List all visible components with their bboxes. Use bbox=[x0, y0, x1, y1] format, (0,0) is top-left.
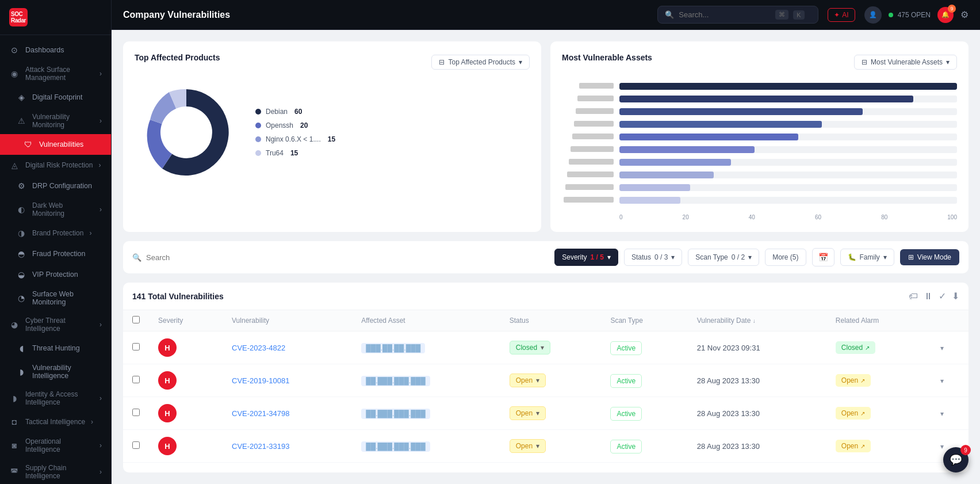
sidebar-item-dark-web[interactable]: ◐ Dark Web Monitoring › bbox=[0, 196, 111, 223]
sidebar-item-identity-access[interactable]: ◗ Identity & Access Intelligence › bbox=[0, 385, 111, 411]
severity-badge: H bbox=[158, 338, 177, 357]
more-filters-button[interactable]: More (5) bbox=[765, 249, 806, 266]
search-input[interactable] bbox=[679, 10, 771, 19]
chat-icon: 💬 bbox=[950, 453, 962, 466]
asset-masked: ██.███.███.███ bbox=[361, 409, 430, 419]
bug-icon: 🐛 bbox=[848, 253, 856, 261]
status-badge[interactable]: Open ▾ bbox=[510, 374, 546, 387]
topbar: Company Vulnerabilities 🔍 ⌘ K ✦ AI 👤 475… bbox=[112, 0, 980, 30]
sidebar-item-vip-protection[interactable]: ◒ VIP Protection bbox=[0, 264, 111, 285]
calendar-button[interactable]: 📅 bbox=[812, 248, 834, 266]
expand-cell: ▾ bbox=[931, 364, 968, 397]
bar-label bbox=[562, 134, 614, 140]
severity-cell: H bbox=[149, 331, 223, 364]
status-badge[interactable]: Open ▾ bbox=[510, 406, 546, 420]
expand-button[interactable]: ▾ bbox=[940, 443, 944, 451]
chevron-icon: › bbox=[99, 468, 102, 476]
chevron-down-icon: ▾ bbox=[748, 253, 752, 261]
settings-button[interactable]: ⚙ bbox=[960, 9, 968, 20]
status-value: 0 / 3 bbox=[654, 253, 668, 261]
most-vulnerable-filter[interactable]: ⊟ Most Vulnerable Assets ▾ bbox=[854, 55, 957, 70]
cve-link[interactable]: CVE-2019-10081 bbox=[232, 376, 289, 385]
scan-type-filter[interactable]: Scan Type 0 / 2 ▾ bbox=[688, 249, 759, 266]
sidebar-item-supply-chain[interactable]: ◚ Supply Chain Intelligence › bbox=[0, 459, 111, 484]
status-badge[interactable]: Closed ▾ bbox=[510, 341, 550, 355]
select-all-checkbox[interactable] bbox=[132, 316, 140, 323]
cve-link[interactable]: CVE-2021-34798 bbox=[232, 409, 289, 418]
scan-type-cell: Active bbox=[601, 331, 687, 364]
sidebar-item-tactical[interactable]: ◘ Tactical Intelligence › bbox=[0, 411, 111, 432]
notification-button[interactable]: 🔔 9 bbox=[937, 7, 954, 23]
sidebar-item-vulnerabilities[interactable]: 🛡 Vulnerabilities bbox=[0, 134, 111, 155]
download-icon[interactable]: ⬇ bbox=[952, 291, 959, 302]
sort-icon: ↓ bbox=[753, 318, 756, 324]
status-dropdown-icon[interactable]: ▾ bbox=[536, 442, 539, 450]
sidebar-item-brand-protection[interactable]: ◑ Brand Protection › bbox=[0, 223, 111, 243]
sidebar-item-cyber-threat[interactable]: ◕ Cyber Threat Intelligence › bbox=[0, 311, 111, 338]
bar-row bbox=[562, 121, 957, 128]
alarm-badge: Closed ↗ bbox=[836, 341, 875, 354]
expand-button[interactable]: ▾ bbox=[940, 344, 944, 352]
sidebar-item-attack-surface[interactable]: ◉ Attack Surface Management › bbox=[0, 60, 111, 87]
sidebar-item-label: DRP Configuration bbox=[32, 182, 102, 190]
top-affected-products-filter[interactable]: ⊟ Top Affected Products ▾ bbox=[431, 55, 530, 70]
external-link-icon[interactable]: ↗ bbox=[860, 443, 865, 449]
external-link-icon[interactable]: ↗ bbox=[860, 410, 865, 417]
sidebar-item-drp-config[interactable]: ⚙ DRP Configuration bbox=[0, 176, 111, 196]
table-search[interactable]: 🔍 bbox=[132, 253, 549, 262]
bar-label bbox=[562, 108, 614, 115]
scan-type-badge: Active bbox=[610, 341, 642, 355]
external-link-icon[interactable]: ↗ bbox=[865, 345, 870, 351]
expand-button[interactable]: ▾ bbox=[940, 377, 944, 385]
status-badge[interactable]: Open ▾ bbox=[510, 439, 546, 453]
sidebar-item-label: Supply Chain Intelligence bbox=[25, 464, 94, 480]
sidebar-item-digital-risk[interactable]: ◬ Digital Risk Protection › bbox=[0, 155, 111, 176]
status-filter[interactable]: Status 0 / 3 ▾ bbox=[624, 249, 682, 266]
sidebar-item-label: Operational Intelligence bbox=[25, 437, 94, 453]
sidebar-item-vulnerability-monitoring[interactable]: ⚠ Vulnerability Monitoring › bbox=[0, 108, 111, 134]
ai-button[interactable]: ✦ AI bbox=[828, 8, 855, 22]
sidebar-item-operational[interactable]: ◙ Operational Intelligence › bbox=[0, 432, 111, 459]
tag-icon[interactable]: 🏷 bbox=[909, 291, 918, 302]
table-search-input[interactable] bbox=[146, 253, 549, 262]
expand-button[interactable]: ▾ bbox=[940, 410, 944, 418]
bar-track bbox=[619, 197, 957, 204]
check-icon[interactable]: ✓ bbox=[939, 291, 946, 302]
legend-label-nginx: Nginx 0.6.X < 1.... bbox=[266, 135, 321, 143]
sidebar-item-threat-hunting[interactable]: ◖ Threat Hunting bbox=[0, 338, 111, 359]
search-bar[interactable]: 🔍 ⌘ K bbox=[657, 6, 818, 24]
sidebar-item-label: Dark Web Monitoring bbox=[32, 201, 94, 218]
severity-filter[interactable]: Severity 1 / 5 ▾ bbox=[554, 249, 618, 266]
search-icon: 🔍 bbox=[665, 10, 674, 19]
pause-icon[interactable]: ⏸ bbox=[924, 291, 933, 302]
row-checkbox[interactable] bbox=[132, 441, 140, 449]
row-checkbox[interactable] bbox=[132, 343, 140, 350]
cve-cell: CVE-2021-34798 bbox=[223, 397, 352, 430]
bar-fill bbox=[619, 134, 798, 140]
cve-link[interactable]: CVE-2023-4822 bbox=[232, 344, 285, 352]
row-checkbox[interactable] bbox=[132, 376, 140, 383]
alarm-cell: Open ↗ bbox=[826, 364, 931, 397]
chevron-down-icon: ▾ bbox=[946, 58, 950, 66]
severity-cell: H bbox=[149, 364, 223, 397]
bar-label bbox=[562, 184, 614, 191]
status-dropdown-icon[interactable]: ▾ bbox=[541, 344, 544, 352]
floating-action-button[interactable]: 💬 9 bbox=[943, 447, 968, 472]
sidebar-item-label: Fraud Protection bbox=[32, 250, 102, 258]
sidebar-item-vuln-intel[interactable]: ◗ Vulnerability Intelligence bbox=[0, 359, 111, 385]
sidebar-item-surface-web[interactable]: ◔ Surface Web Monitoring bbox=[0, 285, 111, 311]
bar-track bbox=[619, 146, 957, 153]
total-vulnerabilities-label: 141 Total Vulnerabilities bbox=[132, 292, 224, 301]
sidebar-item-fraud-protection[interactable]: ◓ Fraud Protection bbox=[0, 243, 111, 264]
external-link-icon[interactable]: ↗ bbox=[860, 378, 865, 384]
status-dropdown-icon[interactable]: ▾ bbox=[536, 409, 539, 417]
sidebar-item-dashboards[interactable]: ⊙ Dashboards bbox=[0, 40, 111, 60]
status-dropdown-icon[interactable]: ▾ bbox=[536, 376, 539, 384]
view-mode-button[interactable]: ⊞ View Mode bbox=[900, 249, 959, 265]
severity-value: 1 / 5 bbox=[591, 253, 604, 261]
row-checkbox[interactable] bbox=[132, 409, 140, 416]
sidebar-item-digital-footprint[interactable]: ◈ Digital Footprint bbox=[0, 87, 111, 108]
user-avatar: 👤 bbox=[864, 6, 882, 24]
cve-link[interactable]: CVE-2021-33193 bbox=[232, 442, 289, 451]
family-filter[interactable]: 🐛 Family ▾ bbox=[840, 249, 894, 266]
